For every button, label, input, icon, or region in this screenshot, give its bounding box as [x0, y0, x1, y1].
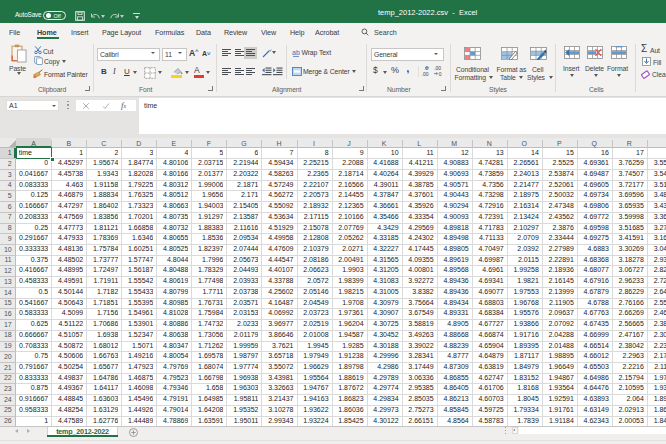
svg-text:ab: ab [292, 49, 300, 56]
svg-text:.00: .00 [421, 71, 428, 77]
svg-text:0: 0 [438, 71, 441, 77]
